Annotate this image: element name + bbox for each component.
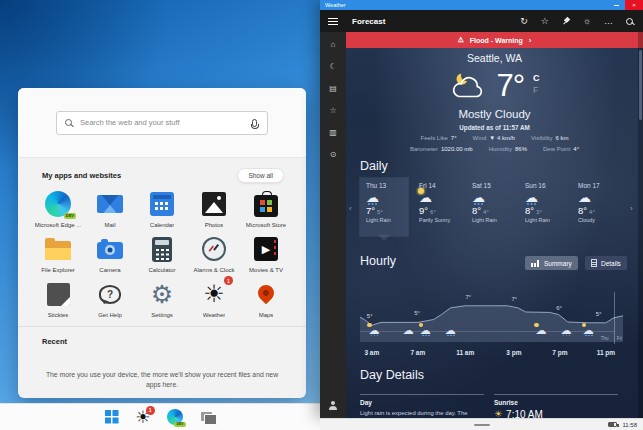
sunrise-sun-icon: ☀ xyxy=(494,410,502,418)
daily-weather-icon: ☁ xyxy=(578,191,591,204)
celsius-toggle[interactable]: C xyxy=(533,73,540,83)
daily-prev-icon[interactable]: ‹ xyxy=(349,204,352,213)
microphone-icon[interactable] xyxy=(252,119,257,127)
maps-pin-icon xyxy=(255,282,278,305)
app-tile-camera[interactable]: Camera xyxy=(84,234,136,273)
window-titlebar[interactable]: Weather × xyxy=(320,0,643,10)
camera-icon xyxy=(97,242,123,259)
apps-section-title: My apps and websites xyxy=(42,171,121,180)
warning-icon: ⚠ xyxy=(458,36,464,44)
app-tile-maps[interactable]: Maps xyxy=(240,279,292,318)
pin-icon[interactable] xyxy=(560,15,571,26)
favorite-star-icon[interactable]: ☆ xyxy=(541,17,549,26)
taskbar: ☀1 DEV xyxy=(0,403,320,430)
current-temperature: 7° xyxy=(496,68,524,104)
sidebar-home-icon[interactable]: ⌂ xyxy=(331,41,336,49)
alarms-clock-icon xyxy=(202,237,226,261)
close-button[interactable]: × xyxy=(625,0,643,10)
edge-icon: DEV xyxy=(45,191,71,217)
desktop: My apps and websites Show all DEV Micros… xyxy=(0,0,643,430)
app-tile-stickies[interactable]: Stickies xyxy=(32,279,84,318)
chart-baseline xyxy=(360,331,615,332)
scrollbar[interactable] xyxy=(638,32,643,418)
calculator-icon xyxy=(152,237,172,262)
search-bar[interactable] xyxy=(56,111,268,135)
window-title: Weather xyxy=(320,2,607,8)
app-tile-mail[interactable]: Mail xyxy=(84,189,136,228)
details-row-1: Feels Like7° Wind▼ 4 km/h Visibility6 km xyxy=(346,135,643,141)
daily-card-thu[interactable]: Thu 13 ☁ 7°5° Light Rain xyxy=(360,178,408,236)
app-tile-weather[interactable]: ☀1 Weather xyxy=(188,279,240,318)
fahrenheit-toggle[interactable]: F xyxy=(533,85,540,95)
sidebar-maps-icon[interactable]: ▤ xyxy=(329,85,337,93)
chart-icon xyxy=(531,259,540,267)
day-details-sunrise-column: Sunrise ☀ 7:10 AM xyxy=(494,394,618,418)
start-button[interactable] xyxy=(105,410,119,424)
settings-icon[interactable]: ☼ xyxy=(583,17,591,26)
settings-gear-icon: ⚙ xyxy=(151,282,173,307)
sunrise-time: 7:10 AM xyxy=(506,409,543,418)
microsoft-store-icon xyxy=(254,195,278,217)
search-icon[interactable] xyxy=(626,18,633,25)
sidebar-favorites-icon[interactable]: ☆ xyxy=(329,107,336,115)
sidebar-settings-icon[interactable]: ⊙ xyxy=(330,151,337,159)
app-tile-file-explorer[interactable]: File Explorer xyxy=(32,234,84,273)
app-tile-get-help[interactable]: ? Get Help xyxy=(84,279,136,318)
hourly-temp-label: 7° xyxy=(465,294,471,300)
hourly-weather-icon: ☁ xyxy=(403,325,414,336)
account-icon[interactable] xyxy=(329,401,337,410)
day-divider-label-left: Thu xyxy=(601,336,609,341)
daily-section-title: Daily xyxy=(360,159,388,173)
taskbar-weather-icon[interactable]: ☀1 xyxy=(135,409,150,426)
app-tile-store[interactable]: Microsoft Store xyxy=(240,189,292,228)
app-tile-settings[interactable]: ⚙ Settings xyxy=(136,279,188,318)
flood-warning-banner[interactable]: ⚠ Flood - Warning › xyxy=(346,32,643,48)
weather-app-window: Weather × Forecast ↻ ☆ ☼ … ⌂ ☾ ▤ ☆ ▥ ⊙ xyxy=(320,0,643,418)
current-conditions: 7° C F xyxy=(346,68,643,104)
refresh-icon[interactable]: ↻ xyxy=(520,17,528,26)
status-bar: 11:58 xyxy=(320,418,643,430)
app-tile-edge[interactable]: DEV Microsoft Edge ... xyxy=(32,189,84,228)
warning-chevron-icon: › xyxy=(529,36,532,45)
hourly-weather-icon: ☁ xyxy=(445,325,456,336)
menu-hamburger-icon[interactable] xyxy=(328,18,338,25)
gesture-handle[interactable] xyxy=(474,424,490,426)
daily-card-sun[interactable]: Sun 16 ☁ 8°3° Light Rain xyxy=(519,178,567,236)
task-view-icon[interactable] xyxy=(201,412,215,423)
day-description: Light rain is expected during the day. T… xyxy=(360,409,484,417)
app-tile-calculator[interactable]: Calculator xyxy=(136,234,188,273)
hourly-weather-icon: ☁ xyxy=(560,325,571,336)
app-tile-alarms-clock[interactable]: Alarms & Clock xyxy=(188,234,240,273)
app-tile-photos[interactable]: Photos xyxy=(188,189,240,228)
location-title: Seattle, WA xyxy=(346,52,643,64)
search-input[interactable] xyxy=(78,117,246,128)
movies-tv-icon: ▶ xyxy=(254,237,278,261)
scrollbar-thumb[interactable] xyxy=(639,50,642,120)
day-details-title: Day Details xyxy=(360,368,424,382)
daily-card-mon[interactable]: Mon 17 ☁ 8°4° Cloudy xyxy=(572,178,620,236)
sidebar-news-icon[interactable]: ▥ xyxy=(329,129,337,137)
show-all-button[interactable]: Show all xyxy=(237,168,284,183)
edge-dev-badge: DEV xyxy=(64,213,76,219)
file-explorer-icon xyxy=(45,241,71,260)
hourly-axis-tick: 7 am xyxy=(404,349,432,356)
more-icon[interactable]: … xyxy=(604,17,613,26)
hourly-temperature-chart[interactable]: 5°5°7°7°6°5°☁☁☁☁☁☁☁3 am7 am11 am3 pm7 pm… xyxy=(360,282,625,362)
hourly-weather-icon: ☁ xyxy=(420,325,431,336)
start-menu: My apps and websites Show all DEV Micros… xyxy=(18,88,306,398)
daily-next-icon[interactable]: › xyxy=(630,204,633,213)
hourly-summary-button[interactable]: Summary xyxy=(525,256,578,270)
hourly-temp-label: 5° xyxy=(596,311,602,317)
app-tile-calendar[interactable]: Calendar xyxy=(136,189,188,228)
app-tile-movies-tv[interactable]: ▶ Movies & TV xyxy=(240,234,292,273)
daily-card-sat[interactable]: Sat 15 ☁ 8°4° Light Rain xyxy=(466,178,514,236)
stickies-icon xyxy=(47,283,70,306)
sidebar-moon-icon[interactable]: ☾ xyxy=(329,63,336,71)
daily-card-fri[interactable]: Fri 14 ☁ 9°6° Partly Sunny xyxy=(413,178,461,236)
mostly-cloudy-night-icon xyxy=(449,73,487,100)
taskbar-edge-icon[interactable]: DEV xyxy=(167,409,183,425)
hourly-details-button[interactable]: Details xyxy=(585,256,627,270)
minimize-button[interactable] xyxy=(607,0,625,10)
hourly-axis-tick: 3 pm xyxy=(500,349,528,356)
hourly-temp-label: 5° xyxy=(414,310,420,316)
